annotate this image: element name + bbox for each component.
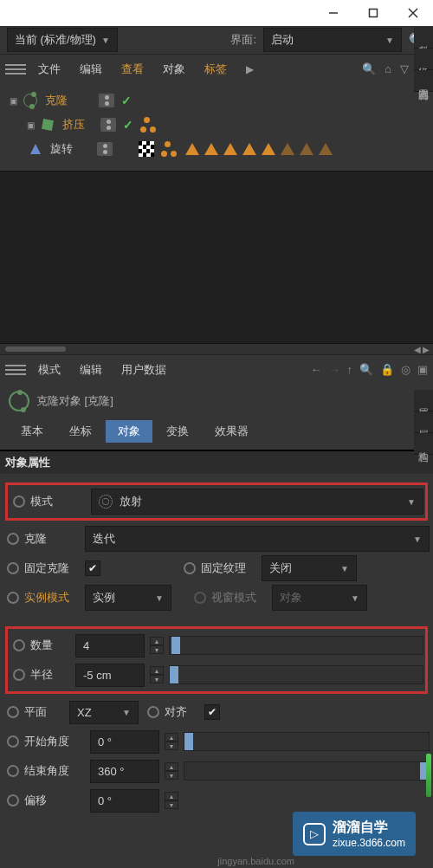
maximize-button[interactable] [353, 0, 393, 26]
selection-tag-icon[interactable] [281, 143, 294, 155]
side-tab-scenes[interactable]: 场次 [414, 49, 433, 70]
layout-dropdown[interactable]: 当前 (标准/物理) ▼ [7, 28, 118, 52]
attr-menu-edit[interactable]: 编辑 [73, 359, 109, 381]
lock-icon[interactable]: 🔒 [380, 363, 394, 376]
param-anim-toggle[interactable] [184, 562, 196, 574]
fixclone-checkbox[interactable]: ✔ [85, 560, 100, 576]
layer-toggle[interactable] [100, 118, 116, 132]
tag-icon[interactable] [140, 117, 156, 133]
tab-basic[interactable]: 基本 [9, 420, 55, 443]
panel-menu-icon[interactable] [5, 59, 26, 80]
radius-slider[interactable] [169, 665, 423, 684]
overflow-arrow-icon[interactable]: ▶ [246, 63, 254, 75]
tab-effector[interactable]: 效果器 [203, 420, 261, 443]
fixtex-dropdown[interactable]: 关闭 ▼ [262, 555, 357, 581]
menu-file[interactable]: 文件 [31, 58, 68, 81]
selection-tag-icon[interactable] [300, 143, 313, 155]
up-icon[interactable]: ↑ [347, 363, 353, 376]
panel-menu-icon[interactable] [5, 360, 26, 380]
filter-icon[interactable]: ▽ [400, 62, 409, 75]
menu-object[interactable]: 对象 [156, 58, 192, 81]
tree-row-rotate[interactable]: 旋转 [0, 137, 433, 161]
param-anim-toggle[interactable] [13, 669, 25, 681]
home-icon[interactable]: ⌂ [385, 62, 391, 75]
param-anim-toggle[interactable] [13, 639, 25, 651]
align-checkbox[interactable]: ✔ [204, 704, 220, 720]
search-icon[interactable]: 🔍 [359, 363, 373, 376]
instmode-dropdown[interactable]: 实例 ▼ [85, 585, 171, 611]
selection-tag-icon[interactable] [223, 143, 237, 155]
endangle-spinner[interactable]: ▲▼ [165, 762, 178, 780]
startangle-input[interactable]: 0 ° [90, 730, 159, 754]
scrollbar-thumb[interactable] [5, 347, 66, 352]
add-icon[interactable]: ▣ [417, 363, 428, 376]
mode-dropdown[interactable]: 放射 ▼ [91, 489, 423, 515]
clone-dropdown[interactable]: 迭代 ▼ [85, 526, 430, 552]
tree-row-extrude[interactable]: ▣ 挤压 ✓ [0, 113, 433, 137]
horizontal-scrollbar[interactable]: ◀▶ [0, 344, 433, 354]
close-button[interactable] [393, 0, 433, 26]
param-anim-toggle[interactable] [13, 496, 25, 508]
side-tab-attributes[interactable]: 属性 [414, 390, 433, 411]
offset-input[interactable]: 0 ° [90, 789, 159, 813]
menu-tag[interactable]: 标签 [197, 58, 234, 81]
menu-view[interactable]: 查看 [114, 58, 151, 81]
tag-icon[interactable]: ◎ [401, 363, 410, 376]
param-anim-toggle[interactable] [7, 735, 19, 748]
expander-icon[interactable]: ▣ [7, 96, 19, 106]
param-anim-toggle[interactable] [7, 765, 19, 777]
scroll-left-icon[interactable]: ◀ [414, 345, 421, 354]
layer-toggle[interactable] [99, 94, 114, 107]
radius-input[interactable]: -5 cm [75, 664, 145, 687]
param-anim-toggle[interactable] [7, 592, 19, 604]
offset-spinner[interactable]: ▲▼ [165, 792, 178, 809]
layer-toggle[interactable] [97, 142, 113, 156]
radius-spinner[interactable]: ▲▼ [150, 666, 164, 683]
tab-object[interactable]: 对象 [106, 420, 152, 443]
scroll-right-icon[interactable]: ▶ [423, 345, 430, 354]
plane-dropdown[interactable]: XZ ▼ [69, 701, 139, 724]
startangle-slider[interactable] [184, 732, 430, 751]
forward-icon[interactable]: → [329, 363, 340, 376]
clone-label: 克隆 [24, 531, 80, 547]
selection-tag-icon[interactable] [319, 143, 333, 155]
param-anim-toggle[interactable] [7, 706, 19, 718]
tag-icon[interactable] [161, 141, 177, 157]
side-tab-objects[interactable]: 对象 [414, 27, 433, 49]
viewmode-dropdown: 对象 ▼ [272, 585, 367, 611]
param-anim-toggle[interactable] [147, 706, 159, 718]
count-input[interactable]: 4 [75, 634, 145, 657]
count-spinner[interactable]: ▲▼ [150, 637, 164, 654]
search-icon[interactable]: 🔍 [362, 62, 376, 75]
tree-row-clone[interactable]: ▣ 克隆 ✓ [0, 88, 433, 113]
attr-menu-userdata[interactable]: 用户数据 [114, 359, 173, 381]
param-anim-toggle[interactable] [7, 794, 19, 806]
selection-tag-icon[interactable] [242, 143, 256, 155]
right-side-tabs-lower: 属性 层 构造 [414, 390, 433, 455]
side-tab-layers[interactable]: 层 [414, 411, 433, 433]
enabled-check-icon[interactable]: ✓ [121, 94, 132, 107]
expander-icon[interactable]: ▣ [24, 120, 36, 130]
endangle-slider[interactable] [184, 761, 430, 781]
param-anim-toggle[interactable] [7, 562, 19, 574]
side-tab-content[interactable]: 内容浏览器 [414, 70, 433, 92]
menu-edit[interactable]: 编辑 [73, 58, 109, 81]
interface-dropdown[interactable]: 启动 ▼ [263, 28, 402, 52]
minimize-button[interactable] [313, 0, 353, 26]
enabled-check-icon[interactable]: ✓ [123, 118, 133, 132]
tab-transform[interactable]: 变换 [154, 420, 201, 443]
attr-menu-mode[interactable]: 模式 [31, 359, 68, 381]
selection-tag-icon[interactable] [185, 143, 199, 155]
side-tab-structure[interactable]: 构造 [414, 433, 433, 455]
window-titlebar [0, 0, 433, 26]
back-icon[interactable]: ← [311, 363, 322, 376]
param-anim-toggle[interactable] [7, 533, 19, 545]
tab-coord[interactable]: 坐标 [57, 420, 104, 443]
selection-tag-icon[interactable] [262, 143, 275, 155]
endangle-input[interactable]: 360 ° [90, 760, 159, 783]
startangle-spinner[interactable]: ▲▼ [165, 733, 178, 750]
selection-tag-icon[interactable] [204, 143, 218, 155]
texture-tag-icon[interactable] [139, 141, 154, 157]
count-slider[interactable] [169, 636, 423, 655]
interface-value: 启动 [271, 32, 294, 48]
